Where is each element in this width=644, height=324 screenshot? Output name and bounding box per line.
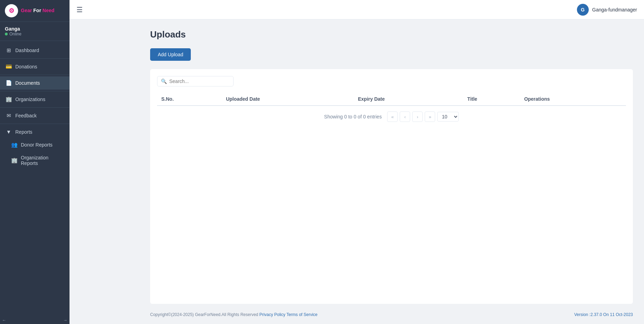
user-section: Ganga Online [0,22,70,41]
add-upload-button[interactable]: Add Upload [150,48,191,61]
footer-copyright: Copyright©(2024-2025) GearForNeed.All Ri… [150,312,318,317]
topbar: ☰ G Ganga-fundmanager [70,0,644,19]
sidebar-item-label: Donations [15,64,37,69]
data-table: S.No. Uploaded Date Expiry Date Title Op… [157,93,626,106]
first-page-button[interactable]: « [387,111,398,122]
sidebar-item-reports[interactable]: ▼ Reports [0,125,70,138]
user-status: Online [5,32,65,36]
topbar-username: Ganga-fundmanager [592,7,637,13]
logo-text: Gear For Need [21,8,55,13]
search-container: 🔍 [157,76,234,86]
terms-link[interactable]: Terms of Service [286,312,317,317]
reports-icon: ▼ [6,129,12,135]
status-dot [5,33,8,35]
table-header-row: S.No. Uploaded Date Expiry Date Title Op… [157,93,626,106]
donor-reports-icon: 👥 [11,142,17,148]
col-expiry-date: Expiry Date [354,93,463,106]
col-title: Title [463,93,520,106]
pagination-info: Showing 0 to 0 of 0 entries [324,114,382,119]
sidebar-scroll-controls: ← → [0,316,70,324]
sidebar-item-feedback[interactable]: ✉ Feedback [0,109,70,122]
col-sno: S.No. [157,93,222,106]
nav-divider-5 [0,124,70,124]
logo-icon: ⚙ [5,4,18,17]
sidebar-scroll-right[interactable]: → [63,318,67,323]
table-card: 🔍 S.No. Uploaded Date Expiry Date Title … [150,69,633,304]
pagination-row: Showing 0 to 0 of 0 entries « ‹ › » 10 2… [157,111,626,122]
sidebar-item-organizations[interactable]: 🏢 Organizations [0,93,70,106]
sidebar: ⚙ Gear For Need Ganga Online ⊞ Dashboard… [0,0,70,324]
last-page-button[interactable]: » [425,111,435,122]
sidebar-item-label: Donor Reports [21,142,52,148]
sidebar-item-label: Reports [15,129,32,135]
donations-icon: 💳 [6,64,12,70]
page-title: Uploads [150,29,633,40]
sidebar-item-documents[interactable]: 📄 Documents [0,76,70,90]
sidebar-logo: ⚙ Gear For Need [0,0,70,22]
sidebar-item-label: Organizations [15,97,45,102]
col-uploaded-date: Uploaded Date [222,93,354,106]
search-input[interactable] [169,78,230,84]
sidebar-item-dashboard[interactable]: ⊞ Dashboard [0,44,70,57]
main-content: Uploads Add Upload 🔍 S.No. Uploaded Date… [139,19,644,324]
footer: Copyright©(2024-2025) GearForNeed.All Ri… [150,309,633,317]
sidebar-item-donations[interactable]: 💳 Donations [0,60,70,73]
privacy-policy-link[interactable]: Privacy Policy [259,312,285,317]
search-icon: 🔍 [161,78,167,84]
sidebar-item-label: Feedback [15,113,36,118]
sidebar-item-donor-reports[interactable]: 👥 Donor Reports [0,138,70,151]
next-page-button[interactable]: › [412,111,423,122]
col-operations: Operations [520,93,626,106]
sidebar-item-org-reports[interactable]: 🏢 Organization Reports [0,151,70,169]
nav-divider-4 [0,107,70,108]
version-text: Version :2.37.0 On 11 Oct-2023 [574,312,633,317]
sidebar-item-label: Documents [15,80,40,86]
user-avatar: G [577,4,589,16]
table-header: S.No. Uploaded Date Expiry Date Title Op… [157,93,626,106]
sidebar-scroll-left[interactable]: ← [2,318,6,323]
dashboard-icon: ⊞ [6,47,12,53]
feedback-icon: ✉ [6,113,12,119]
topbar-right: G Ganga-fundmanager [577,4,637,16]
nav-divider-1 [0,58,70,59]
hamburger-button[interactable]: ☰ [76,6,83,14]
nav-divider-2 [0,75,70,75]
page-size-select[interactable]: 10 25 50 100 [437,112,459,122]
status-label: Online [9,32,22,36]
organizations-icon: 🏢 [6,96,12,102]
sidebar-item-label: Dashboard [15,48,39,53]
documents-icon: 📄 [6,80,12,86]
sidebar-nav: ⊞ Dashboard 💳 Donations 📄 Documents 🏢 Or… [0,41,70,316]
sidebar-username: Ganga [5,26,65,32]
org-reports-icon: 🏢 [11,157,17,164]
nav-divider-3 [0,91,70,91]
prev-page-button[interactable]: ‹ [400,111,410,122]
sidebar-item-label: Organization Reports [21,155,64,166]
